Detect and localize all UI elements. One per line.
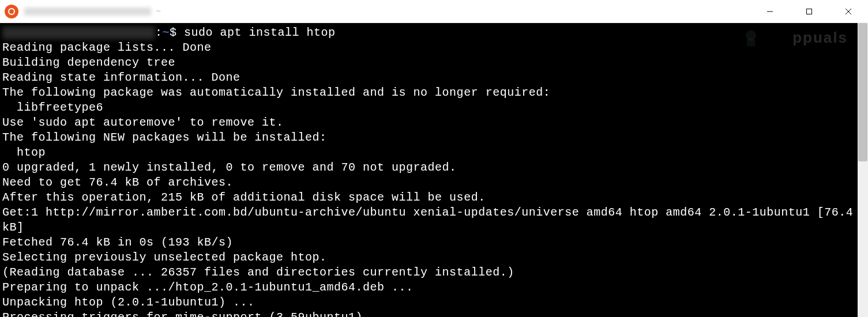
window-title: ~ xyxy=(24,7,161,16)
terminal-line: 0 upgraded, 1 newly installed, 0 to remo… xyxy=(2,161,457,174)
command-input: sudo apt install htop xyxy=(184,26,336,39)
terminal-line: The following package was automatically … xyxy=(2,86,550,99)
terminal-line: Building dependency tree xyxy=(2,56,175,69)
terminal-line: (Reading database ... 26357 files and di… xyxy=(2,266,514,279)
close-button[interactable] xyxy=(829,0,868,22)
ubuntu-logo-icon xyxy=(5,5,18,18)
scrollbar-thumb[interactable] xyxy=(858,23,867,161)
prompt-user-host xyxy=(2,27,155,39)
terminal-line: Reading state information... Done xyxy=(2,71,241,84)
maximize-button[interactable] xyxy=(790,0,829,22)
terminal-line: Need to get 76.4 kB of archives. xyxy=(2,176,233,189)
window-controls xyxy=(750,0,868,22)
terminal-line: Selecting previously unselected package … xyxy=(2,251,327,264)
terminal-line: Preparing to unpack .../htop_2.0.1-1ubun… xyxy=(2,281,414,294)
terminal-line: After this operation, 215 kB of addition… xyxy=(2,191,486,204)
terminal-line: Unpacking htop (2.0.1-1ubuntu1) ... xyxy=(2,296,255,309)
terminal-output[interactable]: :~$ sudo apt install htop Reading packag… xyxy=(0,23,858,317)
terminal-line: Get:1 http://mirror.amberit.com.bd/ubunt… xyxy=(2,206,858,234)
prompt-separator: : xyxy=(155,26,163,39)
svg-rect-1 xyxy=(807,9,812,14)
terminal-line: Use 'sudo apt autoremove' to remove it. xyxy=(2,116,284,129)
terminal-line: Reading package lists... Done xyxy=(2,41,212,54)
terminal-line: htop xyxy=(2,146,46,159)
prompt-symbol: $ xyxy=(170,26,177,39)
terminal-line: libfreetype6 xyxy=(2,101,103,114)
terminal-line: Fetched 76.4 kB in 0s (193 kB/s) xyxy=(2,236,233,249)
window-titlebar: ~ xyxy=(0,0,868,23)
minimize-button[interactable] xyxy=(750,0,790,22)
terminal-line: The following NEW packages will be insta… xyxy=(2,131,327,144)
prompt-path: ~ xyxy=(163,26,170,39)
terminal-line: Processing triggers for mime-support (3.… xyxy=(2,311,392,317)
scrollbar-track[interactable] xyxy=(858,23,868,317)
